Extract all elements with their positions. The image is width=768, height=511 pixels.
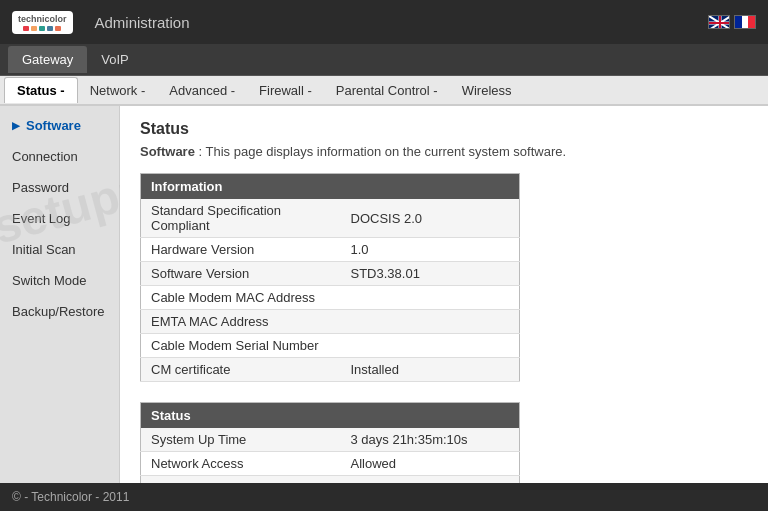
logo-text: technicolor [18, 14, 67, 24]
info-label: Hardware Version [141, 238, 341, 262]
logo-bar-5 [55, 26, 61, 31]
logo-bars [23, 26, 61, 31]
status-table-header: Status [141, 403, 520, 429]
header: technicolor Administration [0, 0, 768, 44]
table-row: Software Version STD3.38.01 [141, 262, 520, 286]
sidebar-item-initial-scan[interactable]: Initial Scan [0, 234, 119, 265]
sidebar-label-connection: Connection [12, 149, 78, 164]
info-table: Information Standard Specification Compl… [140, 173, 520, 382]
sidebar-item-event-log[interactable]: Event Log [0, 203, 119, 234]
info-label: Software Version [141, 262, 341, 286]
logo-bar-2 [31, 26, 37, 31]
status-label: CableModem IP Address [141, 476, 341, 484]
table-row: CableModem IP Address ---,---,---,--- [141, 476, 520, 484]
sidebar-item-password[interactable]: Password [0, 172, 119, 203]
top-nav: Gateway VoIP [0, 44, 768, 76]
info-value: 1.0 [341, 238, 520, 262]
info-table-header: Information [141, 174, 520, 200]
logo-box: technicolor [12, 11, 73, 34]
sidebar-item-software[interactable]: ▶ Software [0, 110, 119, 141]
footer-text: © - Technicolor - 2011 [12, 490, 129, 504]
sidebar-item-connection[interactable]: Connection [0, 141, 119, 172]
status-label: Network Access [141, 452, 341, 476]
table-row: Cable Modem Serial Number [141, 334, 520, 358]
content-area: Status Software : This page displays inf… [120, 106, 768, 483]
page-description: Software : This page displays informatio… [140, 144, 748, 159]
info-label: Cable Modem MAC Address [141, 286, 341, 310]
sub-nav-wireless[interactable]: Wireless [450, 78, 524, 103]
info-value [341, 286, 520, 310]
table-row: Network Access Allowed [141, 452, 520, 476]
sub-nav-advanced[interactable]: Advanced - [157, 78, 247, 103]
uk-flag-icon[interactable] [708, 15, 730, 29]
info-label: Cable Modem Serial Number [141, 334, 341, 358]
sidebar-label-backup-restore: Backup/Restore [12, 304, 105, 319]
table-row: System Up Time 3 days 21h:35m:10s [141, 428, 520, 452]
page-title: Status [140, 120, 748, 138]
info-value: Installed [341, 358, 520, 382]
table-row: Hardware Version 1.0 [141, 238, 520, 262]
info-label: CM certificate [141, 358, 341, 382]
sidebar-label-initial-scan: Initial Scan [12, 242, 76, 257]
info-value [341, 334, 520, 358]
flag-area [708, 15, 756, 29]
sub-nav-parental-control[interactable]: Parental Control - [324, 78, 450, 103]
sidebar-label-event-log: Event Log [12, 211, 71, 226]
info-value [341, 310, 520, 334]
table-row: CM certificate Installed [141, 358, 520, 382]
logo-bar-4 [47, 26, 53, 31]
header-title: Administration [95, 14, 190, 31]
footer: © - Technicolor - 2011 [0, 483, 768, 511]
description-label: Software [140, 144, 195, 159]
table-row: Cable Modem MAC Address [141, 286, 520, 310]
top-nav-voip[interactable]: VoIP [87, 46, 142, 73]
logo-bar-3 [39, 26, 45, 31]
sub-nav: Status - Network - Advanced - Firewall -… [0, 76, 768, 106]
sub-nav-status[interactable]: Status - [4, 77, 78, 103]
fr-flag-icon[interactable] [734, 15, 756, 29]
sidebar-label-password: Password [12, 180, 69, 195]
table-row: Standard Specification Compliant DOCSIS … [141, 199, 520, 238]
sidebar-item-switch-mode[interactable]: Switch Mode [0, 265, 119, 296]
info-value: DOCSIS 2.0 [341, 199, 520, 238]
sidebar: setuprouter ▶ Software Connection Passwo… [0, 106, 120, 483]
sidebar-label-switch-mode: Switch Mode [12, 273, 86, 288]
info-label: EMTA MAC Address [141, 310, 341, 334]
description-text: : This page displays information on the … [199, 144, 567, 159]
main-layout: setuprouter ▶ Software Connection Passwo… [0, 106, 768, 483]
sidebar-item-backup-restore[interactable]: Backup/Restore [0, 296, 119, 327]
sub-nav-firewall[interactable]: Firewall - [247, 78, 324, 103]
status-value: 3 days 21h:35m:10s [341, 428, 520, 452]
arrow-icon: ▶ [12, 120, 20, 131]
logo-bar-1 [23, 26, 29, 31]
status-table: Status System Up Time 3 days 21h:35m:10s… [140, 402, 520, 483]
sidebar-label-software: Software [26, 118, 81, 133]
info-label: Standard Specification Compliant [141, 199, 341, 238]
table-row: EMTA MAC Address [141, 310, 520, 334]
status-value: Allowed [341, 452, 520, 476]
top-nav-gateway[interactable]: Gateway [8, 46, 87, 73]
sub-nav-network[interactable]: Network - [78, 78, 158, 103]
logo-area: technicolor Administration [12, 11, 190, 34]
info-value: STD3.38.01 [341, 262, 520, 286]
status-label: System Up Time [141, 428, 341, 452]
status-value: ---,---,---,--- [341, 476, 520, 484]
